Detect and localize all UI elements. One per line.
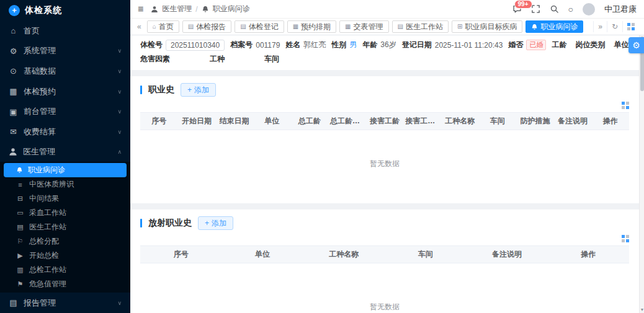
marital-status-badge: 已婚 [526, 40, 546, 50]
menu-toggle-icon[interactable]: ≡ [138, 4, 143, 14]
doctor-management-submenu: 职业病问诊 ≡ 中医体质辨识 ⊟ 中间结果 ▭ 采血工作站 ▤ 医生工作站 ⚐ … [0, 162, 130, 293]
result-icon: ⊟ [16, 195, 24, 203]
play-icon: ▶ [16, 252, 24, 260]
scrollbar[interactable]: ▼ [639, 35, 644, 313]
username[interactable]: 中卫君康 [604, 4, 637, 15]
section-title: 放射职业史 [148, 218, 192, 229]
sidebar-subitem-blood-collection[interactable]: ▭ 采血工作站 [0, 206, 130, 220]
sidebar-item-label: 医生管理 [23, 146, 55, 157]
column-header: 车间 [385, 246, 466, 263]
column-header: 序号 [140, 113, 178, 130]
tabbar: « ⌂ 首页 ▤ 体检报告 ▤ 体检登记 ▦ 预约排期 [130, 19, 644, 35]
tab-occupational-inquiry[interactable]: 职业病问诊 [525, 20, 583, 33]
sidebar-item-label: 体检预约 [24, 86, 56, 97]
sidebar-item-basic-data[interactable]: ⊙ 基础数据 ∨ [0, 61, 130, 82]
add-button-label: 添加 [212, 218, 226, 229]
sidebar-subitem-general-check-assign[interactable]: ⚐ 总检分配 [0, 234, 130, 249]
column-header: 总工龄单位 [328, 113, 366, 130]
open-tabs: ⌂ 首页 ▤ 体检报告 ▤ 体检登记 ▦ 预约排期 ▦ 交表管理 [147, 20, 590, 33]
sidebar-subitem-general-check-workstation[interactable]: ▥ 总检工作站 [0, 263, 130, 277]
tab-form-management[interactable]: ▦ 交表管理 [339, 20, 388, 33]
chevron-down-icon: ∨ [117, 300, 122, 306]
card-icon: ▭ [16, 209, 24, 217]
field-age: 年龄 36岁 [362, 40, 396, 50]
sidebar-subitem-doctor-workstation[interactable]: ▤ 医生工作站 [0, 220, 130, 234]
sidebar-item-system-management[interactable]: ⚙ 系统管理 ∨ [0, 41, 130, 61]
avatar[interactable] [583, 3, 595, 15]
field-job-type: 工种 [210, 54, 225, 64]
exam-no-input[interactable]: 202511010340 [166, 40, 225, 51]
messages-button[interactable]: 99+ [512, 4, 522, 14]
scroll-down-icon[interactable]: ▼ [640, 306, 644, 313]
field-label: 岗位类别 [575, 40, 605, 50]
document-icon: ▤ [16, 223, 24, 231]
radiation-history-card: 放射职业史 + 添加 序号 单位 工种名称 车间 [130, 209, 639, 313]
field-gender: 性别 男 [331, 40, 357, 50]
sidebar-item-label: 基础数据 [24, 66, 56, 77]
field-position-category: 岗位类别 [575, 40, 608, 50]
refresh-icon[interactable]: ↻ [607, 21, 622, 32]
list-icon: ≡ [16, 181, 24, 188]
breadcrumb: 医生管理 / 职业病问诊 [151, 4, 249, 14]
notification-icon[interactable]: ○ [568, 5, 573, 14]
sidebar-item-front-desk[interactable]: ▣ 前台管理 ∨ [0, 102, 130, 122]
message-icon: ✉ [9, 127, 18, 136]
tab-appointment-schedule[interactable]: ▦ 预约排期 [287, 20, 336, 33]
sidebar-subitem-label: 开始总检 [29, 250, 59, 261]
layout-grid-button[interactable] [622, 21, 639, 32]
sidebar-item-label: 收费结算 [24, 126, 56, 138]
field-label: 婚否 [508, 40, 523, 50]
sidebar-subitem-occupational-inquiry[interactable]: 职业病问诊 [4, 163, 127, 177]
plus-icon: + [187, 86, 192, 94]
sidebar-item-doctor-management[interactable]: 医生管理 ∧ [0, 142, 130, 162]
topbar-actions: 99+ ○ 中卫君康 [512, 3, 637, 15]
search-button[interactable] [550, 4, 559, 14]
sidebar-subitem-start-general-check[interactable]: ▶ 开始总检 [0, 249, 130, 263]
bell-icon [202, 6, 209, 13]
column-settings-icon[interactable] [622, 102, 629, 109]
tab-label: 职业病问诊 [540, 22, 578, 32]
column-header: 总工龄 [290, 113, 328, 130]
field-value: 36岁 [380, 40, 396, 50]
document-icon: ▤ [240, 24, 246, 30]
sidebar-item-billing[interactable]: ✉ 收费结算 ∨ [0, 121, 130, 142]
column-header: 单位 [253, 113, 291, 130]
home-icon: ⌂ [153, 24, 156, 30]
add-occupational-history-button[interactable]: + 添加 [181, 83, 216, 97]
calendar-icon: ▦ [9, 87, 18, 96]
sidebar-subitem-tcm-constitution[interactable]: ≡ 中医体质辨识 [0, 177, 130, 192]
app-logo: + 体检系统 [0, 0, 130, 21]
field-label: 工龄 [552, 40, 566, 50]
sidebar-item-exam-appointment[interactable]: ▦ 体检预约 ∨ [0, 81, 130, 102]
content-area: 体检号 202511010340 档案号 001179 姓名 郭红亮 性别 男 [130, 35, 644, 313]
tab-home[interactable]: ⌂ 首页 [147, 20, 179, 33]
field-workshop: 车间 [264, 54, 279, 64]
column-header: 开始日期 [178, 113, 216, 130]
field-label: 性别 [331, 40, 346, 50]
add-radiation-history-button[interactable]: + 添加 [198, 216, 233, 230]
tab-doctor-workstation[interactable]: ▤ 医生工作站 [392, 20, 449, 33]
tab-occupational-target-disease[interactable]: ⊞ 职业病目标疾病 [452, 20, 522, 33]
fullscreen-button[interactable] [531, 4, 540, 14]
sidebar-item-home[interactable]: ⌂ 首页 [0, 21, 130, 42]
column-settings-icon[interactable] [622, 235, 629, 242]
sidebar-item-report-management[interactable]: ▤ 报告管理 ∨ [0, 293, 130, 313]
tab-exam-register[interactable]: ▤ 体检登记 [235, 20, 284, 33]
tabs-scroll-right-icon[interactable]: » [593, 21, 607, 32]
radiation-history-table: 序号 单位 工种名称 车间 备注说明 操作 [140, 245, 629, 263]
sidebar-item-label: 报告管理 [24, 298, 56, 309]
tab-label: 首页 [159, 22, 174, 32]
tab-exam-report[interactable]: ▤ 体检报告 [182, 20, 231, 33]
sidebar-subitem-critical-value[interactable]: ⚑ 危急值管理 [0, 277, 130, 291]
tabs-scroll-left-icon[interactable]: « [135, 23, 143, 30]
field-value: 001179 [256, 41, 280, 50]
bell-icon [16, 167, 23, 174]
sidebar-subitem-intermediate-results[interactable]: ⊟ 中间结果 [0, 192, 130, 206]
tab-label: 医生工作站 [406, 22, 443, 32]
column-header: 结束日期 [215, 113, 253, 130]
sidebar-subitem-label: 医生工作站 [29, 222, 66, 232]
settings-button[interactable]: ⚙ [628, 37, 644, 53]
column-header: 接害工龄单位 [403, 113, 441, 130]
breadcrumb-section[interactable]: 医生管理 [162, 4, 192, 14]
sidebar-subitem-label: 总检工作站 [29, 265, 66, 275]
